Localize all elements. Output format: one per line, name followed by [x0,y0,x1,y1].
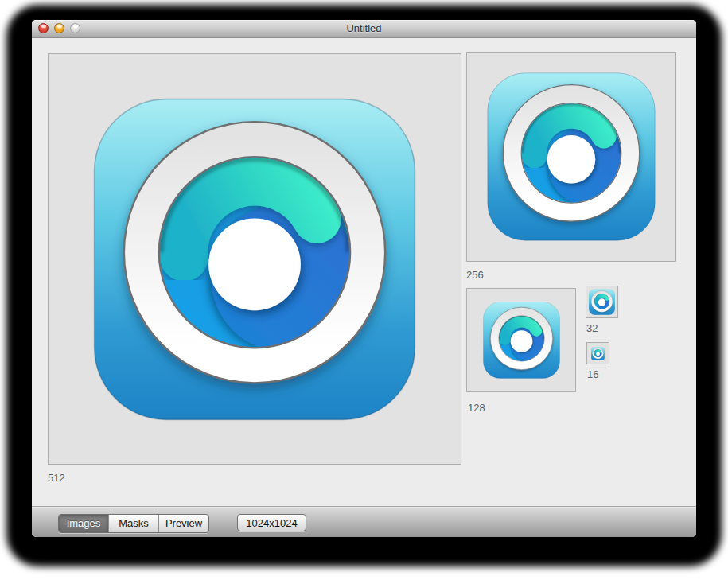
size-label-256: 256 [466,269,484,281]
titlebar[interactable]: Untitled [32,20,696,38]
window-title: Untitled [32,20,696,37]
app-icon-preview-512 [93,98,416,421]
tab-preview[interactable]: Preview [159,515,208,532]
app-window: Untitled 512 256 128 32 16 Images Masks … [32,20,696,537]
app-icon-preview-16 [591,347,605,360]
image-well-16[interactable] [586,342,609,364]
image-well-256[interactable] [466,52,676,262]
image-well-32[interactable] [586,286,618,318]
app-icon-preview-32 [589,289,615,315]
app-icon-preview-128 [483,302,560,379]
app-icon-preview-256 [487,72,656,241]
size-1024-button[interactable]: 1024x1024 [237,514,306,531]
image-well-128[interactable] [466,288,576,392]
size-label-512: 512 [48,472,65,484]
size-label-16: 16 [587,368,598,380]
tab-images[interactable]: Images [59,515,109,532]
size-label-32: 32 [586,322,598,334]
view-mode-segmented-control: Images Masks Preview [58,514,209,533]
size-label-128: 128 [468,402,485,414]
tab-masks[interactable]: Masks [109,515,159,532]
image-well-512[interactable] [48,53,461,465]
bottom-toolbar: Images Masks Preview 1024x1024 [32,506,696,537]
